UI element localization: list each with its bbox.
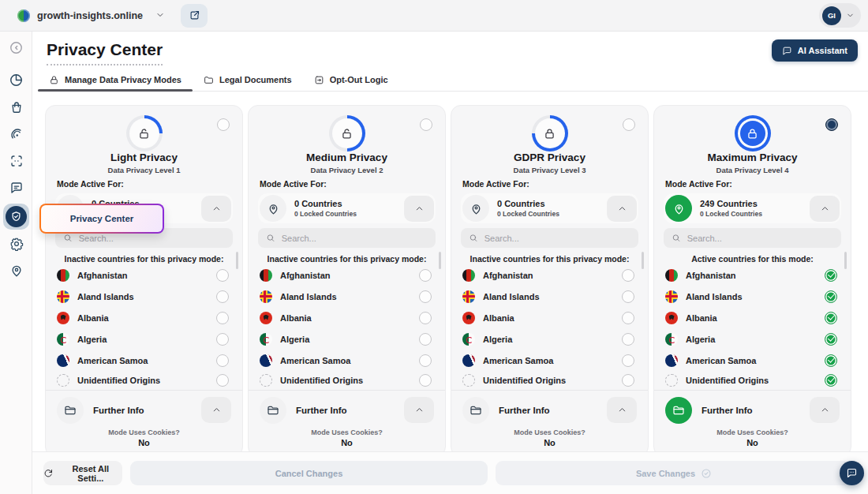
country-toggle[interactable] [622,374,634,387]
sidebar-item-settings[interactable] [8,235,24,252]
sidebar-item-audience[interactable] [8,152,24,169]
collapse-further-info-button[interactable] [404,397,434,423]
sidebar-item-locations[interactable] [8,262,24,279]
sidebar-item-engagement[interactable] [8,125,24,142]
save-changes-button[interactable]: Save Changes [496,461,852,485]
country-row[interactable]: Afghanistan [654,264,851,286]
mode-select-radio[interactable] [420,118,432,131]
folder-icon [665,397,692,424]
sidebar-collapse-icon[interactable] [8,39,24,56]
country-toggle[interactable] [622,290,634,303]
country-row[interactable]: American Samoa [249,350,445,371]
countries-count: 249 Countries [700,199,762,208]
country-search-input[interactable] [687,234,833,243]
country-toggle[interactable] [622,312,634,324]
country-toggle[interactable] [216,269,229,282]
tab-legal-documents[interactable]: Legal Documents [193,69,303,91]
collapse-countries-button[interactable] [810,196,840,222]
country-row[interactable]: Albania [249,307,445,328]
country-toggle[interactable] [419,290,432,303]
mode-cards: Light Privacy Data Privacy Level 1 Mode … [45,105,851,451]
country-row[interactable]: American Samoa [451,350,648,371]
country-row[interactable]: Albania [46,307,242,328]
chevron-up-icon [211,204,222,214]
country-row[interactable]: Algeria [249,328,445,350]
country-row[interactable]: Algeria [46,328,242,350]
mode-select-radio[interactable] [217,118,230,131]
country-toggle[interactable] [419,374,432,387]
country-row[interactable]: American Samoa [654,350,851,371]
main-content: Privacy Center AI Assistant Manage Data … [32,32,868,494]
country-row[interactable]: Aland Islands [451,286,648,307]
country-toggle[interactable] [216,354,229,367]
country-search-input[interactable] [282,234,428,243]
country-search-input[interactable] [79,234,225,243]
country-row[interactable]: Afghanistan [451,264,648,286]
sidebar-item-orders[interactable] [8,99,24,115]
country-toggle[interactable] [216,333,229,346]
country-toggle[interactable] [216,290,229,303]
collapse-countries-button[interactable] [201,196,231,222]
country-toggle[interactable] [825,312,837,324]
country-row[interactable]: Unidentified Origins [451,371,648,389]
country-toggle[interactable] [825,269,837,282]
mode-select-radio[interactable] [825,118,838,131]
country-row[interactable]: Unidentified Origins [249,371,445,389]
country-flag-icon [260,312,272,324]
cookies-question: Mode Uses Cookies? [654,429,851,436]
country-row[interactable]: Unidentified Origins [654,371,851,389]
country-row[interactable]: Algeria [654,328,851,350]
collapse-further-info-button[interactable] [201,397,231,423]
reset-all-settings-button[interactable]: Reset All Setti... [43,461,122,485]
country-toggle[interactable] [825,354,837,367]
sidebar-item-analytics[interactable] [8,72,24,88]
country-toggle[interactable] [622,333,634,346]
country-row[interactable]: Albania [654,307,851,328]
sidebar-item-messages[interactable] [8,179,24,196]
shopping-bag-icon [9,100,24,114]
site-selector[interactable]: growth-insights.online [17,9,143,22]
user-menu[interactable]: GI [819,3,861,28]
country-toggle[interactable] [825,333,837,346]
chat-fab-button[interactable] [840,461,864,485]
collapse-countries-button[interactable] [404,196,434,222]
open-external-link-button[interactable] [181,4,208,28]
country-toggle[interactable] [622,354,634,367]
tab-opt-out-logic[interactable]: Opt-Out Logic [303,69,399,91]
country-list-header: Inactive countries for this privacy mode… [451,254,648,264]
sidebar-item-privacy-center[interactable] [3,204,29,230]
country-row[interactable]: Afghanistan [46,264,242,286]
country-toggle[interactable] [825,374,837,387]
radar-icon [9,127,24,141]
tab-bar: Manage Data Privacy Modes Legal Document… [38,69,868,92]
country-flag-icon [260,290,272,303]
country-row[interactable]: Algeria [451,328,648,350]
country-toggle[interactable] [419,269,432,282]
tab-manage-data-privacy-modes[interactable]: Manage Data Privacy Modes [38,69,193,91]
country-flag-icon [260,374,272,387]
country-toggle[interactable] [622,269,634,282]
country-toggle[interactable] [216,374,229,387]
country-toggle[interactable] [419,354,432,367]
country-row[interactable]: Aland Islands [46,286,242,307]
country-row[interactable]: Albania [451,307,648,328]
collapse-further-info-button[interactable] [607,397,637,423]
country-toggle[interactable] [419,312,432,324]
cancel-changes-button[interactable]: Cancel Changes [130,461,488,485]
country-toggle[interactable] [419,333,432,346]
country-toggle[interactable] [216,312,229,324]
country-toggle[interactable] [825,290,837,303]
collapse-countries-button[interactable] [607,196,637,222]
country-row[interactable]: Aland Islands [249,286,445,307]
country-row[interactable]: Unidentified Origins [46,371,242,389]
ai-assistant-button[interactable]: AI Assistant [772,39,858,62]
mode-title: Light Privacy [46,152,242,163]
country-row[interactable]: American Samoa [46,350,242,371]
country-search-input[interactable] [485,234,630,243]
country-row[interactable]: Aland Islands [654,286,851,307]
site-chevron-down-icon[interactable] [155,9,165,23]
country-name: Algeria [483,335,512,344]
mode-select-radio[interactable] [623,118,635,131]
country-row[interactable]: Afghanistan [249,264,445,286]
collapse-further-info-button[interactable] [810,397,840,423]
